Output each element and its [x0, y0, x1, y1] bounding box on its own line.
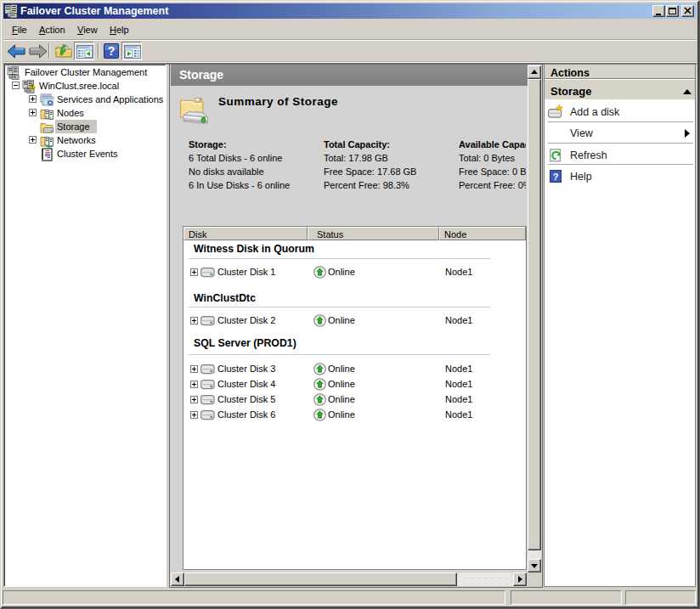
svg-text:?: ? — [553, 172, 559, 182]
svg-text:?: ? — [108, 44, 116, 58]
